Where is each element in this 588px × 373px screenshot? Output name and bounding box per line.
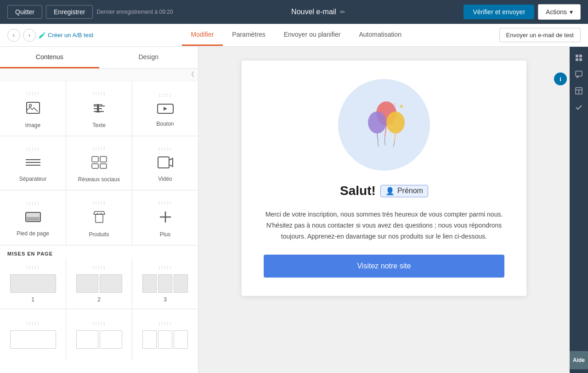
nav-next-button[interactable]: › [23, 29, 36, 42]
actions-button[interactable]: Actions ▾ [538, 4, 581, 20]
produits-icon [92, 210, 107, 228]
drag-handle-extra2 [93, 322, 106, 325]
tab-automatisation[interactable]: Automatisation [350, 24, 411, 46]
verify-send-button[interactable]: Vérifier et envoyer [464, 5, 534, 19]
layout-1col-label: 1 [31, 296, 34, 303]
tab-envoyer[interactable]: Envoyer ou planifier [275, 24, 350, 46]
svg-rect-14 [158, 157, 169, 168]
save-info: Dernier enregistrement à 09:20 [96, 9, 173, 15]
actions-label: Actions [546, 8, 567, 16]
tab-modifier[interactable]: Modifier [182, 24, 223, 46]
layout-2col[interactable]: 2 [66, 258, 132, 309]
create-ab-label: Créer un A/B test [48, 32, 93, 39]
quit-button[interactable]: Quitter [7, 5, 42, 19]
image-icon [26, 100, 40, 118]
element-reseaux-label: Réseaux sociaux [78, 176, 120, 183]
edit-icon[interactable]: ✏ [340, 8, 345, 16]
drag-handle-plus [159, 201, 172, 204]
token-icon: 👤 [385, 187, 395, 195]
layout-extra-3[interactable] [132, 309, 198, 360]
drag-handle-3col [159, 266, 172, 269]
svg-text:T: T [94, 101, 102, 115]
email-greeting: Salut! 👤 Prénom [264, 184, 504, 198]
element-produits[interactable]: Produits [66, 190, 132, 245]
svg-rect-11 [100, 156, 107, 162]
drag-handle-pied [27, 202, 40, 205]
drag-handle-1col [27, 266, 40, 269]
layout-2col-label: 2 [97, 296, 101, 303]
flask-icon: 🧪 [39, 32, 46, 39]
element-video[interactable]: Vidéo [132, 136, 198, 190]
drag-handle-video [159, 148, 172, 150]
collapse-button[interactable]: 《 [188, 71, 194, 79]
svg-text:✦: ✦ [393, 102, 397, 106]
nav-tabs: Modifier Paramètres Envoyer ou planifier… [182, 24, 411, 46]
svg-point-1 [29, 105, 31, 107]
svg-rect-17 [96, 214, 103, 223]
layout-extra-2[interactable] [66, 309, 132, 360]
sidebar-tabs: Contenus Design [0, 47, 198, 69]
email-body: ✦ ✦ Salut! 👤 Prénom [242, 61, 526, 296]
svg-rect-0 [27, 102, 40, 113]
email-preview: ✦ ✦ Salut! 👤 Prénom [242, 61, 526, 296]
grid-tool-button[interactable] [571, 50, 586, 65]
nav-bar: ‹ › 🧪 Créer un A/B test Modifier Paramèt… [0, 24, 588, 47]
svg-rect-29 [579, 55, 582, 57]
nav-right: Envoyer un e-mail de test [499, 28, 581, 42]
svg-rect-32 [576, 71, 582, 76]
svg-rect-28 [576, 55, 578, 57]
layout-3col-label: 3 [164, 296, 167, 303]
svg-point-22 [386, 111, 405, 134]
layouts-grid: 1 2 [0, 258, 198, 360]
create-ab-test-link[interactable]: 🧪 Créer un A/B test [39, 32, 93, 39]
nav-prev-button[interactable]: ‹ [7, 29, 20, 42]
element-bouton[interactable]: Bouton [132, 81, 198, 136]
drag-handle-bouton [159, 94, 172, 97]
personalization-token[interactable]: 👤 Prénom [380, 185, 428, 197]
layout-tool-button[interactable] [571, 84, 586, 98]
layout-3col[interactable]: 3 [132, 258, 198, 309]
info-bubble[interactable]: i [554, 72, 567, 85]
right-toolbar: i Aide [570, 47, 588, 373]
element-plus[interactable]: Plus [132, 190, 198, 245]
drag-handle-reseaux [93, 147, 106, 150]
element-reseaux[interactable]: Réseaux sociaux [66, 136, 132, 190]
tab-parametres[interactable]: Paramètres [223, 24, 274, 46]
top-bar-right: Vérifier et envoyer Actions ▾ [464, 4, 581, 20]
drag-handle-produits [93, 201, 106, 204]
drag-handle-texte [93, 92, 106, 95]
layout-1col[interactable]: 1 [0, 258, 66, 309]
svg-line-23 [395, 134, 396, 141]
layout-2col-preview [76, 274, 122, 293]
svg-rect-30 [576, 58, 578, 61]
texte-icon: T [92, 100, 107, 118]
email-body-text: Merci de votre inscription, nous sommes … [264, 209, 504, 242]
check-tool-button[interactable] [571, 100, 586, 115]
nav-left: ‹ › 🧪 Créer un A/B test [7, 29, 93, 42]
top-bar-center: Nouvel e-mail ✏ [291, 8, 345, 16]
top-bar: Quitter Enregistrer Dernier enregistreme… [0, 0, 588, 24]
help-button[interactable]: Aide [570, 351, 588, 369]
element-separateur[interactable]: Séparateur [0, 136, 66, 190]
svg-rect-12 [92, 164, 98, 168]
content-area: ✦ ✦ Salut! 👤 Prénom [198, 47, 570, 373]
element-texte-label: Texte [92, 122, 106, 128]
element-texte[interactable]: T Texte [66, 81, 132, 136]
element-image[interactable]: Image [0, 81, 66, 136]
svg-rect-31 [579, 58, 582, 61]
layout-extra-1[interactable] [0, 309, 66, 360]
reseaux-icon [91, 156, 107, 173]
layout-extra3-preview [142, 330, 188, 349]
element-pied[interactable]: Pied de page [0, 190, 66, 245]
element-video-label: Vidéo [158, 176, 172, 182]
save-button[interactable]: Enregistrer [46, 5, 93, 19]
comment-tool-button[interactable] [571, 67, 586, 82]
send-test-email-button[interactable]: Envoyer un e-mail de test [499, 28, 581, 42]
top-bar-left: Quitter Enregistrer Dernier enregistreme… [7, 5, 173, 19]
plus-icon [158, 210, 173, 228]
tab-contenus[interactable]: Contenus [0, 47, 99, 68]
drag-handle-image [27, 92, 40, 95]
cta-button[interactable]: Visitez notre site [264, 255, 504, 278]
tab-design[interactable]: Design [99, 47, 198, 68]
layout-extra2-preview [76, 330, 122, 349]
